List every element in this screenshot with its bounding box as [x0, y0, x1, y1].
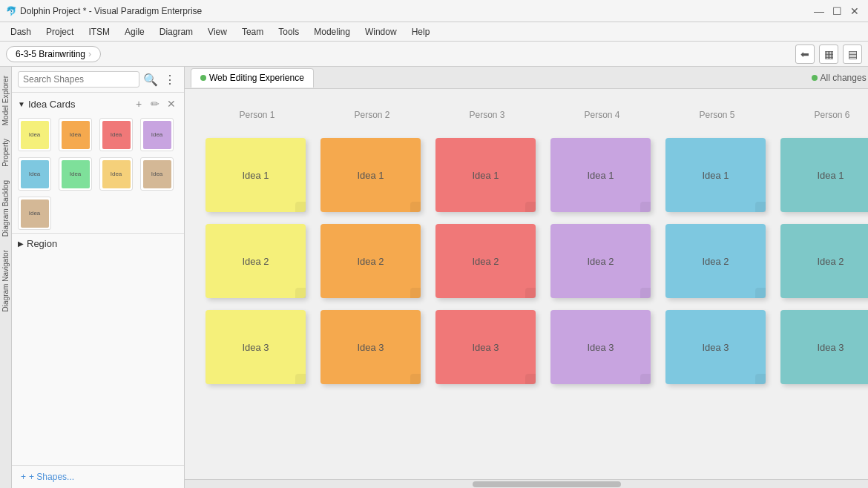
tab-diagram-backlog[interactable]: Diagram Backlog — [0, 174, 11, 243]
save-status-dot — [812, 75, 818, 81]
diagram-tab-active[interactable]: Web Editing Experience — [191, 68, 314, 88]
menu-agile[interactable]: Agile — [117, 24, 152, 39]
cell-r2c4: Idea 2 — [545, 218, 660, 304]
col-header-6: Person 6 — [775, 104, 868, 132]
idea-card[interactable]: Idea 1 — [780, 138, 868, 212]
idea-card[interactable]: Idea 2 — [665, 224, 766, 298]
search-icon[interactable]: 🔍 — [142, 71, 159, 88]
toolbar-back-icon[interactable]: ⬅ — [795, 44, 815, 64]
category-label: Region — [27, 238, 57, 249]
left-tab-strip: Model Explorer Property Diagram Backlog … — [0, 67, 12, 488]
shape-item[interactable]: Idea — [140, 157, 174, 191]
idea-card[interactable]: Idea 1 — [550, 138, 651, 212]
window-controls: — ☐ ✕ — [812, 4, 862, 19]
edit-category-button[interactable]: ✏ — [148, 97, 162, 111]
menu-diagram[interactable]: Diagram — [152, 24, 200, 39]
category-region: ▶ Region — [12, 233, 184, 254]
col-header-3: Person 3 — [430, 104, 545, 132]
shape-item[interactable]: Idea — [99, 157, 133, 191]
scrollbar-thumb[interactable] — [473, 481, 621, 487]
menu-dash[interactable]: Dash — [3, 24, 39, 39]
idea-card[interactable]: Idea 2 — [206, 224, 306, 298]
menu-tools[interactable]: Tools — [271, 24, 306, 39]
toolbar-layout-icon[interactable]: ▤ — [843, 44, 862, 64]
close-button[interactable]: ✕ — [847, 4, 862, 19]
menu-view[interactable]: View — [200, 24, 234, 39]
idea-card[interactable]: Idea 3 — [780, 310, 868, 384]
col-header-5: Person 5 — [660, 104, 775, 132]
cell-r3c2: Idea 3 — [315, 304, 430, 390]
region-header[interactable]: ▶ Region — [12, 234, 184, 254]
shapes-menu-icon[interactable]: ⋮ — [162, 71, 178, 88]
diagram-canvas[interactable]: Person 1 Person 2 Person 3 Person 4 Pers… — [185, 89, 868, 479]
idea-card[interactable]: Idea 1 — [435, 138, 536, 212]
idea-card[interactable]: Idea 3 — [665, 310, 766, 384]
search-input[interactable] — [18, 71, 139, 88]
save-status-label: All changes saved — [821, 73, 868, 83]
tab-active-dot — [200, 75, 206, 81]
idea-card[interactable]: Idea 2 — [435, 224, 536, 298]
maximize-button[interactable]: ☐ — [829, 4, 844, 19]
menu-window[interactable]: Window — [358, 24, 404, 39]
cell-r1c5: Idea 1 — [660, 132, 775, 218]
col-header-4: Person 4 — [545, 104, 660, 132]
brainwriting-grid: Person 1 Person 2 Person 3 Person 4 Pers… — [200, 104, 868, 390]
idea-card[interactable]: Idea 1 — [320, 138, 421, 212]
toolbar: 6-3-5 Brainwriting › ⬅ ▦ ▤ — [0, 42, 868, 67]
idea-card[interactable]: Idea 3 — [435, 310, 536, 384]
breadcrumb-label: 6-3-5 Brainwriting — [16, 49, 85, 59]
category-idea-cards: ▼ Idea Cards + ✏ ✕ Idea Idea Idea Idea I… — [12, 93, 184, 233]
cell-r2c3: Idea 2 — [430, 218, 545, 304]
idea-card[interactable]: Idea 3 — [206, 310, 306, 384]
idea-card[interactable]: Idea 3 — [320, 310, 421, 384]
cell-r1c4: Idea 1 — [545, 132, 660, 218]
menu-modeling[interactable]: Modeling — [306, 24, 358, 39]
cell-r2c6: Idea 2 — [775, 218, 868, 304]
remove-category-button[interactable]: ✕ — [165, 97, 178, 111]
idea-card[interactable]: Idea 2 — [550, 224, 651, 298]
tab-property[interactable]: Property — [0, 133, 11, 173]
idea-card[interactable]: Idea 2 — [320, 224, 421, 298]
idea-cards-header[interactable]: ▼ Idea Cards + ✏ ✕ — [12, 93, 184, 115]
cell-r2c5: Idea 2 — [660, 218, 775, 304]
shape-item[interactable]: Idea — [59, 118, 92, 151]
shape-item[interactable]: Idea — [140, 118, 174, 151]
shape-item[interactable]: Idea — [18, 118, 51, 151]
menu-project[interactable]: Project — [39, 24, 81, 39]
idea-card[interactable]: Idea 3 — [550, 310, 651, 384]
menu-itsm[interactable]: ITSM — [81, 24, 117, 39]
toolbar-grid-icon[interactable]: ▦ — [819, 44, 838, 64]
menu-bar: Dash Project ITSM Agile Diagram View Tea… — [0, 22, 868, 42]
menu-team[interactable]: Team — [234, 24, 271, 39]
cell-r3c6: Idea 3 — [775, 304, 868, 390]
breadcrumb-button[interactable]: 6-3-5 Brainwriting › — [6, 46, 101, 62]
tab-diagram-navigator[interactable]: Diagram Navigator — [0, 244, 11, 317]
panel-resize-handle[interactable] — [182, 67, 184, 488]
idea-card[interactable]: Idea 1 — [206, 138, 306, 212]
shapes-panel: 🔍 ⋮ ▼ Idea Cards + ✏ ✕ Idea Idea Idea Id… — [12, 67, 185, 488]
cell-r1c3: Idea 1 — [430, 132, 545, 218]
category-label: Idea Cards — [28, 99, 76, 110]
cell-r3c5: Idea 3 — [660, 304, 775, 390]
shape-grid-row1: Idea Idea Idea Idea — [12, 115, 184, 154]
breadcrumb-arrow-icon: › — [88, 49, 91, 59]
cell-r1c1: Idea 1 — [200, 132, 315, 218]
shape-item[interactable]: Idea — [18, 157, 51, 191]
app-title: Dolphin Project * - Visual Paradigm Ente… — [20, 6, 812, 16]
minimize-button[interactable]: — — [812, 4, 826, 19]
tab-label: Web Editing Experience — [209, 73, 304, 83]
tab-model-explorer[interactable]: Model Explorer — [0, 70, 11, 131]
col-header-2: Person 2 — [315, 104, 430, 132]
cell-r1c6: Idea 1 — [775, 132, 868, 218]
add-shapes-button[interactable]: + + Shapes... — [12, 465, 184, 488]
shape-item[interactable]: Idea — [99, 118, 133, 151]
menu-help[interactable]: Help — [404, 24, 438, 39]
shape-item[interactable]: Idea — [59, 157, 92, 191]
expand-arrow-icon: ▼ — [18, 100, 25, 108]
shape-item[interactable]: Idea — [18, 197, 51, 230]
idea-card[interactable]: Idea 1 — [665, 138, 766, 212]
idea-card[interactable]: Idea 2 — [780, 224, 868, 298]
save-status: All changes saved — [812, 73, 868, 83]
add-shape-button[interactable]: + — [132, 97, 145, 111]
horizontal-scrollbar[interactable] — [185, 479, 868, 488]
